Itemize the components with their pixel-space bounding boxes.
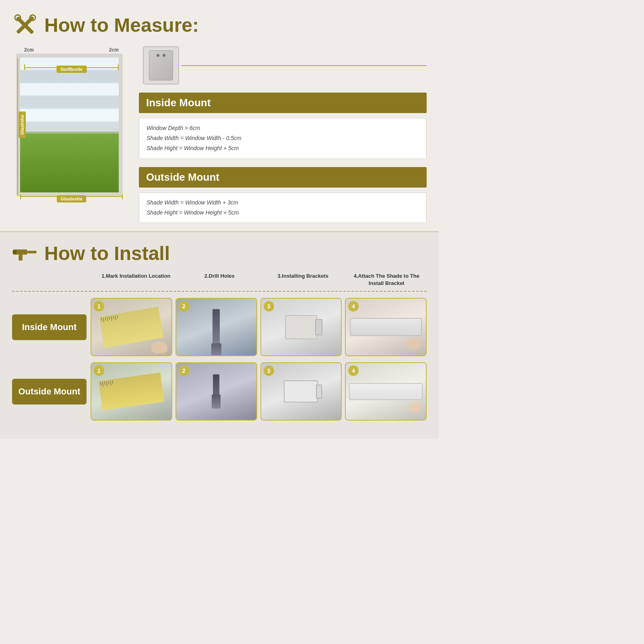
install-section: How to Install 1.Mark Installation Locat… — [0, 231, 439, 439]
outside-step1-image: 1 — [91, 362, 172, 421]
stoffbreite-label: Stoffbreite — [56, 66, 87, 73]
scissors-ruler-icon — [12, 12, 38, 38]
svg-point-7 — [13, 250, 17, 254]
outside-mount-install-row: Outside Mount 1 2 — [12, 362, 427, 421]
outside-step3-number: 3 — [264, 365, 274, 376]
inside-mount-install-label: Inside Mount — [12, 314, 87, 341]
step4-header: 4.Attach The Shade to The Install Bracke… — [347, 272, 427, 287]
window-diagram-area: 2cm 2cm Stoffbreite — [12, 46, 131, 203]
outside-mount-header: Outside Mount — [139, 167, 427, 188]
step2-header: 2.Drill Holes — [180, 272, 260, 287]
inside-step1-image: 1 — [91, 298, 172, 356]
dim-top-left-label: 2cm — [24, 47, 34, 53]
inside-mount-install-row: Inside Mount 1 — [12, 298, 427, 356]
outside-step2-number: 2 — [179, 365, 189, 376]
inside-step3-number: 3 — [264, 301, 274, 312]
outside-step2-image: 2 — [175, 362, 257, 421]
drill-icon — [12, 242, 38, 264]
step3-header: 3.Installing Brackets — [263, 272, 343, 287]
svg-rect-5 — [27, 251, 37, 254]
glasbreite-label: Glasbreite — [57, 195, 87, 202]
install-title-row: How to Install — [12, 242, 427, 264]
bracket-image — [143, 46, 179, 85]
inside-mount-header: Inside Mount — [139, 93, 427, 113]
outside-mount-details: Shade Width = Window Width + 3cm Shade H… — [139, 192, 427, 223]
outside-step4-image: 4 — [345, 362, 427, 421]
measure-section: How to Measure: 2cm 2cm — [0, 0, 439, 231]
step1-header: 1.Mark Installation Location — [96, 272, 176, 287]
dashed-divider — [12, 291, 427, 292]
glashohe-label: Glashöhe — [19, 111, 26, 138]
outside-mount-install-label: Outside Mount — [12, 379, 87, 405]
dim-top-right-label: 2cm — [109, 47, 119, 53]
inside-mount-steps: 1 2 — [91, 298, 427, 356]
outside-step3-image: 3 — [260, 362, 342, 421]
svg-rect-6 — [19, 255, 23, 261]
measure-content: 2cm 2cm Stoffbreite — [12, 46, 427, 223]
measure-heading: How to Measure: — [44, 14, 199, 36]
inside-step2-number: 2 — [179, 301, 189, 312]
steps-header: 1.Mark Installation Location 2.Drill Hol… — [12, 272, 427, 287]
measure-title-row: How to Measure: — [12, 12, 427, 38]
inside-step4-image: 4 — [345, 298, 427, 356]
inside-step2-image: 2 — [175, 298, 257, 356]
outside-mount-steps: 1 2 — [91, 362, 427, 421]
install-heading: How to Install — [44, 242, 170, 264]
inside-step3-image: 3 — [260, 298, 342, 356]
measure-right-panel: Inside Mount Window Depth > 6cm Shade Wi… — [139, 46, 427, 223]
inside-mount-details: Window Depth > 6cm Shade Width = Window … — [139, 118, 427, 159]
